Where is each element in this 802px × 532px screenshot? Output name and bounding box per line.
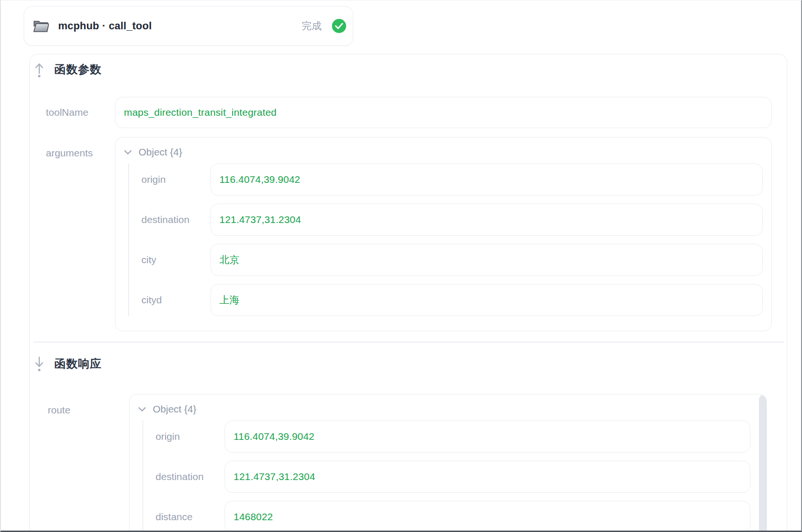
route-field-row: route Object {4} origin 116.4074,39.9042 [30, 394, 767, 532]
arguments-field-row: arguments Object {4} origin 116.4074,39.… [30, 137, 772, 331]
object-entry-row: city 北京 [129, 244, 763, 276]
object-entry-row: destination 121.4737,31.2304 [143, 461, 750, 493]
entry-key-label: destination [143, 471, 225, 482]
response-section-header: 函数响应 [34, 355, 102, 372]
route-label: route [30, 394, 129, 416]
object-type-badge: Object {4} [139, 146, 182, 158]
arrow-up-icon [34, 61, 45, 78]
section-divider [34, 342, 784, 343]
entry-key-label: destination [129, 214, 210, 225]
folder-icon [33, 19, 50, 33]
page: mcphub · call_tool 完成 函数参数 toolName maps… [0, 0, 802, 532]
chevron-down-icon [124, 150, 132, 155]
route-entries: origin 116.4074,39.9042 destination 121.… [142, 420, 750, 532]
route-object-toggle[interactable]: Object {4} [138, 401, 750, 417]
object-entry-row: cityd 上海 [129, 284, 763, 316]
tool-call-header-card[interactable]: mcphub · call_tool 完成 [24, 6, 353, 46]
entry-value-box: 上海 [210, 284, 763, 316]
object-entry-row: distance 1468022 [143, 501, 750, 532]
entry-key-label: distance [143, 511, 225, 523]
object-entry-row: origin 116.4074,39.9042 [143, 420, 750, 453]
scrollbar-thumb[interactable] [759, 395, 767, 532]
entry-value-box: 1468022 [225, 501, 750, 532]
chevron-down-icon [138, 407, 146, 412]
status-check-badge [332, 19, 346, 33]
entry-key-label: origin [129, 174, 210, 185]
params-section-header: 函数参数 [34, 61, 102, 78]
arrow-down-icon [34, 355, 45, 372]
entry-key-label: city [129, 254, 210, 266]
route-object-panel: Object {4} origin 116.4074,39.9042 desti… [129, 394, 767, 532]
tool-call-title: mcphub · call_tool [58, 20, 152, 32]
arguments-object-panel: Object {4} origin 116.4074,39.9042 desti… [115, 137, 772, 331]
arguments-entries: origin 116.4074,39.9042 destination 121.… [128, 163, 763, 316]
toolname-value: maps_direction_transit_integrated [115, 97, 772, 128]
entry-key-label: cityd [129, 294, 210, 306]
status-label: 完成 [302, 19, 322, 33]
check-icon [335, 23, 343, 29]
entry-key-label: origin [143, 431, 225, 442]
tool-call-details-card: 函数参数 toolName maps_direction_transit_int… [29, 54, 787, 532]
object-entry-row: destination 121.4737,31.2304 [129, 204, 763, 236]
entry-value-box: 121.4737,31.2304 [210, 204, 763, 236]
arguments-label: arguments [30, 137, 115, 159]
object-entry-row: origin 116.4074,39.9042 [129, 163, 763, 196]
arguments-object-toggle[interactable]: Object {4} [124, 144, 763, 160]
entry-value-box: 北京 [210, 244, 763, 276]
params-section-title: 函数参数 [54, 62, 102, 77]
entry-value-box: 121.4737,31.2304 [225, 461, 750, 493]
toolname-label: toolName [30, 107, 115, 118]
object-type-badge: Object {4} [153, 403, 196, 415]
entry-value-box: 116.4074,39.9042 [225, 420, 750, 453]
entry-value-box: 116.4074,39.9042 [210, 163, 763, 196]
toolname-field-row: toolName maps_direction_transit_integrat… [30, 97, 772, 128]
response-section-title: 函数响应 [54, 356, 102, 371]
